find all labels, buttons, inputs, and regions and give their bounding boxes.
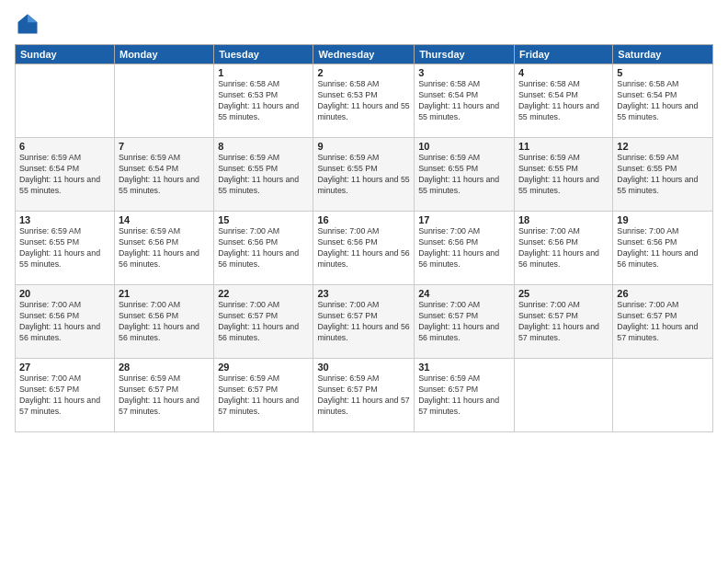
- day-cell: 28Sunrise: 6:59 AM Sunset: 6:57 PM Dayli…: [114, 359, 213, 432]
- day-cell: 30Sunrise: 6:59 AM Sunset: 6:57 PM Dayli…: [313, 359, 415, 432]
- day-cell: 20Sunrise: 7:00 AM Sunset: 6:56 PM Dayli…: [16, 285, 115, 359]
- day-number: 22: [218, 288, 309, 299]
- day-number: 8: [218, 141, 309, 152]
- logo-icon: [15, 11, 40, 37]
- day-info: Sunrise: 7:00 AM Sunset: 6:56 PM Dayligh…: [518, 226, 609, 270]
- day-cell: 27Sunrise: 7:00 AM Sunset: 6:57 PM Dayli…: [16, 359, 115, 432]
- day-number: 11: [518, 141, 609, 152]
- day-cell: 6Sunrise: 6:59 AM Sunset: 6:54 PM Daylig…: [16, 138, 115, 212]
- weekday-thursday: Thursday: [415, 45, 515, 64]
- day-cell: 5Sunrise: 6:58 AM Sunset: 6:54 PM Daylig…: [613, 64, 713, 138]
- day-number: 12: [617, 141, 709, 152]
- day-info: Sunrise: 6:59 AM Sunset: 6:57 PM Dayligh…: [119, 373, 210, 418]
- day-cell: 23Sunrise: 7:00 AM Sunset: 6:57 PM Dayli…: [313, 285, 415, 359]
- day-info: Sunrise: 7:00 AM Sunset: 6:57 PM Dayligh…: [19, 373, 110, 418]
- day-number: 27: [19, 362, 110, 373]
- day-number: 25: [518, 288, 609, 299]
- day-cell: 10Sunrise: 6:59 AM Sunset: 6:55 PM Dayli…: [415, 138, 515, 212]
- day-info: Sunrise: 7:00 AM Sunset: 6:56 PM Dayligh…: [218, 226, 309, 270]
- week-row-5: 27Sunrise: 7:00 AM Sunset: 6:57 PM Dayli…: [16, 359, 713, 432]
- day-cell: 11Sunrise: 6:59 AM Sunset: 6:55 PM Dayli…: [514, 138, 612, 212]
- day-number: 9: [317, 141, 410, 152]
- day-number: 2: [317, 67, 410, 78]
- day-number: 1: [218, 67, 309, 78]
- day-number: 28: [119, 362, 210, 373]
- day-number: 3: [418, 67, 510, 78]
- day-cell: [514, 359, 612, 432]
- svg-marker-2: [18, 15, 28, 23]
- logo: [15, 11, 44, 37]
- day-number: 21: [119, 288, 210, 299]
- day-info: Sunrise: 6:59 AM Sunset: 6:55 PM Dayligh…: [218, 153, 309, 197]
- day-info: Sunrise: 7:00 AM Sunset: 6:57 PM Dayligh…: [218, 300, 309, 344]
- day-number: 18: [518, 214, 609, 225]
- weekday-wednesday: Wednesday: [313, 45, 415, 64]
- day-info: Sunrise: 7:00 AM Sunset: 6:56 PM Dayligh…: [19, 300, 110, 344]
- week-row-2: 6Sunrise: 6:59 AM Sunset: 6:54 PM Daylig…: [16, 138, 713, 212]
- day-cell: 1Sunrise: 6:58 AM Sunset: 6:53 PM Daylig…: [214, 64, 313, 138]
- day-number: 6: [19, 141, 110, 152]
- day-info: Sunrise: 6:59 AM Sunset: 6:57 PM Dayligh…: [418, 373, 510, 418]
- day-cell: 19Sunrise: 7:00 AM Sunset: 6:56 PM Dayli…: [613, 212, 713, 285]
- day-number: 31: [418, 362, 510, 373]
- day-info: Sunrise: 6:59 AM Sunset: 6:55 PM Dayligh…: [518, 153, 609, 197]
- day-cell: 3Sunrise: 6:58 AM Sunset: 6:54 PM Daylig…: [415, 64, 515, 138]
- page: SundayMondayTuesdayWednesdayThursdayFrid…: [0, 0, 728, 563]
- day-number: 24: [418, 288, 510, 299]
- day-cell: 2Sunrise: 6:58 AM Sunset: 6:53 PM Daylig…: [313, 64, 415, 138]
- day-info: Sunrise: 7:00 AM Sunset: 6:57 PM Dayligh…: [617, 300, 709, 344]
- day-cell: 26Sunrise: 7:00 AM Sunset: 6:57 PM Dayli…: [613, 285, 713, 359]
- day-number: 7: [119, 141, 210, 152]
- week-row-1: 1Sunrise: 6:58 AM Sunset: 6:53 PM Daylig…: [16, 64, 713, 138]
- weekday-sunday: Sunday: [16, 45, 115, 64]
- day-cell: 14Sunrise: 6:59 AM Sunset: 6:56 PM Dayli…: [114, 212, 213, 285]
- weekday-friday: Friday: [514, 45, 612, 64]
- weekday-monday: Monday: [114, 45, 213, 64]
- day-number: 15: [218, 214, 309, 225]
- day-number: 19: [617, 214, 709, 225]
- day-number: 13: [19, 214, 110, 225]
- day-cell: 17Sunrise: 7:00 AM Sunset: 6:56 PM Dayli…: [415, 212, 515, 285]
- day-cell: 25Sunrise: 7:00 AM Sunset: 6:57 PM Dayli…: [514, 285, 612, 359]
- svg-marker-1: [28, 15, 38, 23]
- weekday-tuesday: Tuesday: [214, 45, 313, 64]
- day-number: 10: [418, 141, 510, 152]
- day-cell: 7Sunrise: 6:59 AM Sunset: 6:54 PM Daylig…: [114, 138, 213, 212]
- day-cell: 13Sunrise: 6:59 AM Sunset: 6:55 PM Dayli…: [16, 212, 115, 285]
- day-info: Sunrise: 6:59 AM Sunset: 6:57 PM Dayligh…: [218, 373, 309, 418]
- day-info: Sunrise: 7:00 AM Sunset: 6:56 PM Dayligh…: [317, 226, 410, 270]
- day-info: Sunrise: 6:59 AM Sunset: 6:57 PM Dayligh…: [317, 373, 410, 418]
- day-cell: [16, 64, 115, 138]
- day-cell: 21Sunrise: 7:00 AM Sunset: 6:56 PM Dayli…: [114, 285, 213, 359]
- day-info: Sunrise: 6:58 AM Sunset: 6:54 PM Dayligh…: [418, 79, 510, 123]
- day-number: 17: [418, 214, 510, 225]
- day-info: Sunrise: 6:58 AM Sunset: 6:54 PM Dayligh…: [518, 79, 609, 123]
- header: [15, 11, 713, 37]
- day-cell: [613, 359, 713, 432]
- day-info: Sunrise: 7:00 AM Sunset: 6:56 PM Dayligh…: [418, 226, 510, 270]
- day-number: 26: [617, 288, 709, 299]
- day-number: 5: [617, 67, 709, 78]
- day-number: 16: [317, 214, 410, 225]
- day-info: Sunrise: 6:58 AM Sunset: 6:53 PM Dayligh…: [317, 79, 410, 123]
- day-cell: 4Sunrise: 6:58 AM Sunset: 6:54 PM Daylig…: [514, 64, 612, 138]
- day-info: Sunrise: 6:59 AM Sunset: 6:55 PM Dayligh…: [19, 226, 110, 270]
- week-row-4: 20Sunrise: 7:00 AM Sunset: 6:56 PM Dayli…: [16, 285, 713, 359]
- day-cell: 9Sunrise: 6:59 AM Sunset: 6:55 PM Daylig…: [313, 138, 415, 212]
- day-cell: 29Sunrise: 6:59 AM Sunset: 6:57 PM Dayli…: [214, 359, 313, 432]
- day-cell: 31Sunrise: 6:59 AM Sunset: 6:57 PM Dayli…: [415, 359, 515, 432]
- day-cell: 8Sunrise: 6:59 AM Sunset: 6:55 PM Daylig…: [214, 138, 313, 212]
- day-number: 14: [119, 214, 210, 225]
- day-cell: [114, 64, 213, 138]
- day-cell: 24Sunrise: 7:00 AM Sunset: 6:57 PM Dayli…: [415, 285, 515, 359]
- day-info: Sunrise: 6:59 AM Sunset: 6:55 PM Dayligh…: [617, 153, 709, 197]
- day-number: 4: [518, 67, 609, 78]
- day-info: Sunrise: 7:00 AM Sunset: 6:57 PM Dayligh…: [518, 300, 609, 344]
- day-info: Sunrise: 7:00 AM Sunset: 6:56 PM Dayligh…: [119, 300, 210, 344]
- day-info: Sunrise: 7:00 AM Sunset: 6:57 PM Dayligh…: [418, 300, 510, 344]
- day-info: Sunrise: 6:59 AM Sunset: 6:56 PM Dayligh…: [119, 226, 210, 270]
- day-info: Sunrise: 6:58 AM Sunset: 6:54 PM Dayligh…: [617, 79, 709, 123]
- day-cell: 22Sunrise: 7:00 AM Sunset: 6:57 PM Dayli…: [214, 285, 313, 359]
- day-cell: 15Sunrise: 7:00 AM Sunset: 6:56 PM Dayli…: [214, 212, 313, 285]
- day-info: Sunrise: 6:59 AM Sunset: 6:55 PM Dayligh…: [418, 153, 510, 197]
